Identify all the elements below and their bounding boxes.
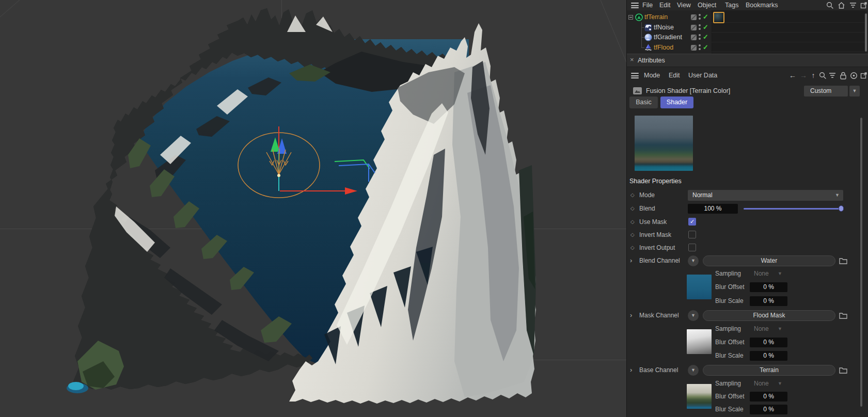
blur-scale-field[interactable]: 0 % <box>750 351 787 361</box>
object-name[interactable]: tfNoise <box>654 24 674 31</box>
enable-dot-top[interactable] <box>699 14 701 16</box>
folder-icon[interactable] <box>839 366 847 374</box>
preset-dropdown-arrow-icon[interactable]: ▼ <box>849 86 860 97</box>
object-name[interactable]: tfFlood <box>654 44 673 51</box>
menu-user-data[interactable]: User Data <box>688 72 717 79</box>
key-diamond-icon[interactable]: ◇ <box>630 205 635 211</box>
object-row-tfnoise[interactable]: tfNoise ✓ <box>627 23 868 33</box>
preset-dropdown[interactable]: Custom <box>804 86 848 97</box>
menu-edit[interactable]: Edit <box>669 72 680 79</box>
layer-tag-icon[interactable] <box>691 45 697 51</box>
blend-channel-button[interactable]: Water <box>703 255 835 266</box>
invert-output-checkbox[interactable] <box>688 244 696 251</box>
blend-slider[interactable] <box>744 208 843 210</box>
layer-tag-icon[interactable] <box>691 25 697 30</box>
menu-bookmarks[interactable]: Bookmarks <box>746 2 778 9</box>
noise-shader-icon[interactable] <box>644 24 652 31</box>
tab-basic[interactable]: Basic <box>629 97 658 108</box>
close-icon[interactable]: × <box>630 56 634 63</box>
gradient-shader-icon[interactable] <box>644 34 652 41</box>
blur-offset-field[interactable]: 0 % <box>750 282 787 292</box>
folder-icon[interactable] <box>839 257 847 264</box>
enabled-checkmark[interactable]: ✓ <box>703 43 708 51</box>
object-row-tfgradient[interactable]: tfGradient ✓ <box>627 33 868 42</box>
enable-dot-top[interactable] <box>699 34 701 36</box>
forward-icon[interactable]: → <box>799 71 808 79</box>
enabled-checkmark[interactable]: ✓ <box>703 23 708 31</box>
enable-dot-bottom[interactable] <box>699 38 701 40</box>
menu-file[interactable]: File <box>642 2 653 9</box>
blur-scale-label: Blur Scale <box>715 352 744 359</box>
object-manager-scrollbar[interactable] <box>865 13 867 52</box>
invert-mask-checkbox[interactable] <box>688 231 696 238</box>
blur-offset-field[interactable]: 0 % <box>750 392 787 402</box>
property-row-invert-mask: ◇ Invert Mask <box>627 230 868 240</box>
terrain-object-icon[interactable] <box>635 13 643 21</box>
home-icon[interactable] <box>838 2 845 9</box>
popout-icon[interactable] <box>860 72 867 79</box>
expander-icon[interactable]: › <box>630 256 632 264</box>
filter-icon[interactable] <box>849 2 857 9</box>
up-icon[interactable]: ↑ <box>809 71 817 79</box>
blur-scale-field[interactable]: 0 % <box>750 405 787 414</box>
blend-slider-knob[interactable] <box>839 205 844 212</box>
enabled-checkmark[interactable]: ✓ <box>703 33 708 41</box>
object-name[interactable]: tfGradient <box>654 34 682 41</box>
mask-channel-button[interactable]: Flood Mask <box>703 310 835 321</box>
hamburger-menu-icon[interactable] <box>631 3 639 8</box>
sampling-value[interactable]: None <box>754 270 769 277</box>
flood-shader-icon[interactable] <box>644 44 652 52</box>
menu-edit[interactable]: Edit <box>659 2 671 9</box>
use-mask-checkbox[interactable]: ✓ <box>688 218 696 226</box>
expander-icon[interactable]: › <box>630 366 632 374</box>
chevron-down-icon: ▼ <box>835 193 840 198</box>
key-diamond-icon[interactable]: ◇ <box>630 192 635 198</box>
collapse-expander-icon[interactable] <box>628 15 633 20</box>
sampling-value[interactable]: None <box>754 325 769 332</box>
enable-dot-bottom[interactable] <box>699 28 701 30</box>
key-diamond-icon[interactable]: ◇ <box>630 219 635 224</box>
texture-thumbnail[interactable] <box>713 12 724 23</box>
object-row-tfterrain[interactable]: tfTerrain ✓ <box>627 12 868 22</box>
menu-object[interactable]: Object <box>698 2 716 9</box>
blend-value-field[interactable]: 100 % <box>688 204 738 214</box>
lock-icon[interactable] <box>840 72 847 79</box>
search-icon[interactable] <box>826 2 834 9</box>
object-name[interactable]: tfTerrain <box>644 13 668 21</box>
expander-icon[interactable]: › <box>630 311 632 319</box>
tab-shader[interactable]: Shader <box>660 97 693 108</box>
filter-icon[interactable] <box>829 72 836 79</box>
search-icon[interactable] <box>819 72 827 79</box>
key-diamond-icon[interactable]: ◇ <box>630 245 635 250</box>
sampling-value[interactable]: None <box>754 380 769 387</box>
object-row-tfflood[interactable]: tfFlood ✓ <box>627 43 868 53</box>
base-channel-button[interactable]: Terrain <box>703 365 835 376</box>
channel-dropdown-button[interactable]: ▼ <box>688 310 699 321</box>
hamburger-menu-icon[interactable] <box>631 73 639 78</box>
blur-offset-field[interactable]: 0 % <box>750 338 787 347</box>
shader-preview-swatch[interactable] <box>635 116 693 171</box>
channel-dropdown-button[interactable]: ▼ <box>688 255 699 266</box>
menu-mode[interactable]: Mode <box>644 72 660 79</box>
blur-scale-field[interactable]: 0 % <box>750 296 787 306</box>
gizmo-center-point[interactable] <box>277 174 280 177</box>
menu-tags[interactable]: Tags <box>725 2 738 9</box>
target-icon[interactable] <box>850 72 858 79</box>
layer-tag-icon[interactable] <box>691 35 697 40</box>
layer-tag-icon[interactable] <box>691 14 697 20</box>
mode-dropdown[interactable]: Normal ▼ <box>688 190 843 201</box>
folder-icon[interactable] <box>839 312 847 319</box>
enable-dot-top[interactable] <box>699 44 701 46</box>
enable-dot-bottom[interactable] <box>699 48 701 50</box>
blur-scale-label: Blur Scale <box>715 406 744 413</box>
section-title: Shader Properties <box>629 178 682 185</box>
enabled-checkmark[interactable]: ✓ <box>703 13 708 21</box>
enable-dot-bottom[interactable] <box>699 18 701 20</box>
channel-dropdown-button[interactable]: ▼ <box>688 365 699 376</box>
viewport-3d[interactable] <box>0 0 626 417</box>
menu-view[interactable]: View <box>677 2 691 9</box>
popout-icon[interactable] <box>860 2 867 9</box>
key-diamond-icon[interactable]: ◇ <box>630 232 635 237</box>
back-icon[interactable]: ← <box>788 71 797 79</box>
enable-dot-top[interactable] <box>699 24 701 26</box>
